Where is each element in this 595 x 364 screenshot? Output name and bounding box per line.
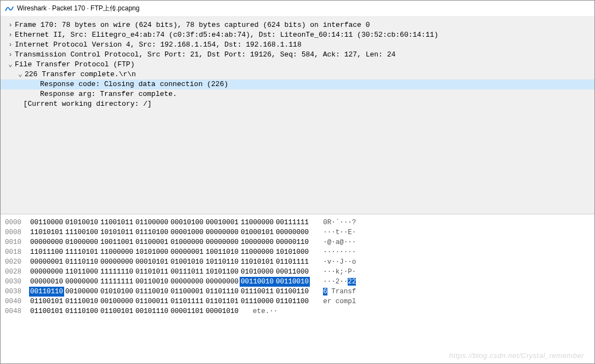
- tree-row[interactable]: ›Transmission Control Protocol, Src Port…: [1, 50, 594, 60]
- caret-down-icon[interactable]: ⌄: [6, 60, 15, 70]
- hex-byte[interactable]: 00110010: [275, 277, 310, 287]
- hex-byte[interactable]: 00000000: [169, 277, 205, 287]
- hex-row[interactable]: 001000000000 01000000 10011001 01100001 …: [5, 237, 590, 247]
- hex-byte[interactable]: 00110000: [29, 218, 64, 228]
- hex-byte[interactable]: 01000101: [240, 228, 275, 237]
- hex-byte[interactable]: 01110100: [134, 228, 169, 237]
- hex-byte[interactable]: 00001101: [169, 306, 205, 316]
- hex-byte[interactable]: 01000000: [64, 237, 99, 247]
- packet-details-pane[interactable]: ›Frame 170: 78 bytes on wire (624 bits),…: [1, 17, 594, 214]
- caret-right-icon[interactable]: ›: [6, 30, 15, 40]
- hex-byte[interactable]: 00000000: [205, 237, 240, 247]
- hex-byte[interactable]: 00101110: [134, 306, 169, 316]
- hex-byte[interactable]: 01101101: [205, 297, 240, 306]
- hex-byte[interactable]: 00000001: [169, 247, 205, 257]
- hex-byte[interactable]: 01010100: [99, 287, 134, 297]
- hex-byte[interactable]: 01110010: [134, 287, 169, 297]
- hex-byte[interactable]: 00010100: [169, 218, 205, 228]
- hex-byte[interactable]: 01100000: [134, 218, 169, 228]
- hex-byte[interactable]: 00000010: [29, 277, 64, 287]
- hex-byte[interactable]: 01110110: [64, 257, 99, 267]
- hex-byte[interactable]: 10110110: [205, 257, 240, 267]
- hex-byte[interactable]: 00110110: [29, 287, 64, 297]
- hex-row[interactable]: 003000000010 00000000 11111111 00110010 …: [5, 277, 590, 287]
- hex-row[interactable]: 004801100101 01110100 01100101 00101110 …: [5, 306, 590, 316]
- hex-byte[interactable]: 01101011: [134, 267, 169, 277]
- hex-byte[interactable]: 00100000: [99, 297, 134, 306]
- caret-right-icon[interactable]: ›: [6, 20, 15, 30]
- hex-byte[interactable]: 11000000: [240, 218, 275, 228]
- hex-row[interactable]: 001811011100 11110101 11000000 10101000 …: [5, 247, 590, 257]
- tree-row[interactable]: [Current working directory: /]: [1, 99, 594, 109]
- caret-right-icon[interactable]: ›: [6, 50, 15, 60]
- tree-row[interactable]: Response arg: Transfer complete.: [1, 89, 594, 99]
- hex-row[interactable]: 000000110000 01010010 11001011 01100000 …: [5, 218, 590, 228]
- hex-byte[interactable]: 00010101: [134, 257, 169, 267]
- hex-byte[interactable]: 00000000: [205, 228, 240, 237]
- tree-row[interactable]: ⌄226 Transfer complete.\r\n: [1, 70, 594, 79]
- hex-byte[interactable]: 00000000: [99, 257, 134, 267]
- hex-byte[interactable]: 01100001: [134, 237, 169, 247]
- hex-byte[interactable]: 00010001: [205, 218, 240, 228]
- hex-byte[interactable]: 00001000: [169, 228, 205, 237]
- hex-byte[interactable]: 00000001: [29, 257, 64, 267]
- hex-byte[interactable]: 01100101: [99, 306, 134, 316]
- hex-byte[interactable]: 00000000: [275, 228, 310, 237]
- packet-bytes-pane[interactable]: 000000110000 01010010 11001011 01100000 …: [1, 214, 594, 320]
- hex-byte[interactable]: 01101100: [275, 297, 310, 306]
- hex-byte[interactable]: 11001011: [99, 218, 134, 228]
- hex-byte[interactable]: 01001010: [169, 257, 205, 267]
- hex-byte[interactable]: 01100101: [29, 297, 64, 306]
- hex-byte[interactable]: 10101000: [134, 247, 169, 257]
- hex-byte[interactable]: 00111111: [275, 218, 310, 228]
- hex-byte[interactable]: 01101110: [205, 287, 240, 297]
- hex-byte[interactable]: 10101100: [205, 267, 240, 277]
- caret-down-icon[interactable]: ⌄: [16, 70, 25, 79]
- tree-row[interactable]: ⌄File Transfer Protocol (FTP): [1, 60, 594, 70]
- hex-byte[interactable]: 11000000: [240, 247, 275, 257]
- hex-byte[interactable]: 00100000: [64, 287, 99, 297]
- hex-byte[interactable]: 11111110: [99, 267, 134, 277]
- hex-byte[interactable]: 11000000: [99, 247, 134, 257]
- hex-byte[interactable]: 01010010: [64, 218, 99, 228]
- hex-byte[interactable]: 00001010: [205, 306, 240, 316]
- hex-byte[interactable]: 00110010: [134, 277, 169, 287]
- hex-byte[interactable]: 10101000: [275, 247, 310, 257]
- hex-row[interactable]: 002800000000 11011000 11111110 01101011 …: [5, 267, 590, 277]
- hex-row[interactable]: 003800110110 00100000 01010100 01110010 …: [5, 287, 590, 297]
- hex-byte[interactable]: 01100110: [275, 287, 310, 297]
- hex-byte[interactable]: 00000000: [29, 267, 64, 277]
- hex-row[interactable]: 004001100101 01110010 00100000 01100011 …: [5, 297, 590, 306]
- hex-byte[interactable]: 01100011: [134, 297, 169, 306]
- hex-byte[interactable]: 10000000: [240, 237, 275, 247]
- hex-byte[interactable]: 01000000: [169, 237, 205, 247]
- hex-byte[interactable]: 11011000: [64, 267, 99, 277]
- hex-byte[interactable]: 01100101: [29, 306, 64, 316]
- hex-byte[interactable]: 11010101: [240, 257, 275, 267]
- hex-byte[interactable]: 00000000: [29, 237, 64, 247]
- hex-byte[interactable]: 00000000: [205, 277, 240, 287]
- hex-byte[interactable]: 11011100: [29, 247, 64, 257]
- hex-byte[interactable]: 01101111: [275, 257, 310, 267]
- hex-byte[interactable]: 11110101: [64, 247, 99, 257]
- hex-byte[interactable]: 00111011: [169, 267, 205, 277]
- tree-row[interactable]: Response code: Closing data connection (…: [1, 79, 594, 89]
- caret-right-icon[interactable]: ›: [6, 40, 15, 50]
- hex-byte[interactable]: 00000000: [64, 277, 99, 287]
- hex-byte[interactable]: 01100001: [169, 287, 205, 297]
- hex-row[interactable]: 002000000001 01110110 00000000 00010101 …: [5, 257, 590, 267]
- tree-row[interactable]: ›Ethernet II, Src: Elitegro_e4:ab:74 (c0…: [1, 30, 594, 40]
- hex-byte[interactable]: 11111111: [99, 277, 134, 287]
- hex-byte[interactable]: 01010000: [240, 267, 275, 277]
- hex-byte[interactable]: 11010101: [29, 228, 64, 237]
- hex-byte[interactable]: 10011001: [99, 237, 134, 247]
- hex-byte[interactable]: 01110011: [240, 287, 275, 297]
- hex-byte[interactable]: 01110100: [64, 306, 99, 316]
- hex-byte[interactable]: 11100100: [64, 228, 99, 237]
- tree-row[interactable]: ›Internet Protocol Version 4, Src: 192.1…: [1, 40, 594, 50]
- hex-row[interactable]: 000811010101 11100100 10101011 01110100 …: [5, 228, 590, 237]
- tree-row[interactable]: ›Frame 170: 78 bytes on wire (624 bits),…: [1, 20, 594, 30]
- hex-byte[interactable]: 10101011: [99, 228, 134, 237]
- hex-byte[interactable]: 01101111: [169, 297, 205, 306]
- hex-byte[interactable]: 01110000: [240, 297, 275, 306]
